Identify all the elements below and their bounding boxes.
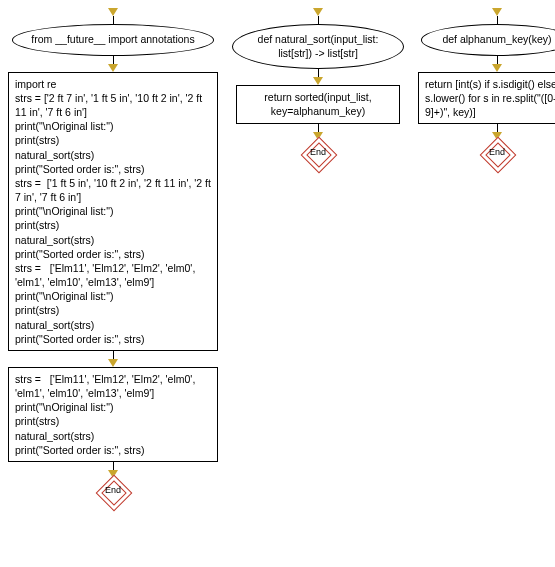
connector xyxy=(108,351,118,367)
connector-line xyxy=(497,16,498,24)
arrow-down-icon xyxy=(313,8,323,16)
connector-line xyxy=(113,462,114,470)
entry-connector xyxy=(108,8,118,24)
process-node-natural-sort: return sorted(input_list, key=alphanum_k… xyxy=(236,85,400,123)
end-label: End xyxy=(303,147,333,157)
end-node-natural-sort: End xyxy=(303,139,333,169)
process-node-main-2: strs = ['Elm11', 'Elm12', 'Elm2', 'elm0'… xyxy=(8,367,218,462)
connector xyxy=(313,69,323,85)
connector-line xyxy=(113,351,114,359)
arrow-down-icon xyxy=(492,8,502,16)
start-node-natural-sort: def natural_sort(input_list: list[str]) … xyxy=(232,24,404,69)
column-natural-sort: def natural_sort(input_list: list[str]) … xyxy=(232,8,404,169)
end-label: End xyxy=(98,485,128,495)
end-node-main: End xyxy=(98,477,128,507)
process-node-alphanum-key: return [int(s) if s.isdigit() else s.low… xyxy=(418,72,555,125)
arrow-down-icon xyxy=(108,64,118,72)
connector-line xyxy=(318,69,319,77)
entry-connector xyxy=(313,8,323,24)
start-node-alphanum-key: def alphanum_key(key) xyxy=(421,24,555,56)
connector xyxy=(492,56,502,72)
connector-line xyxy=(318,16,319,24)
process-node-main-1: import re strs = ['2 ft 7 in', '1 ft 5 i… xyxy=(8,72,218,351)
arrow-down-icon xyxy=(108,8,118,16)
connector-line xyxy=(497,124,498,132)
connector xyxy=(108,56,118,72)
column-main: from __future__ import annotations impor… xyxy=(8,8,218,507)
flowchart: from __future__ import annotations impor… xyxy=(8,8,547,507)
entry-connector xyxy=(492,8,502,24)
arrow-down-icon xyxy=(313,77,323,85)
connector-line xyxy=(318,124,319,132)
connector-line xyxy=(497,56,498,64)
connector-line xyxy=(113,56,114,64)
column-alphanum-key: def alphanum_key(key) return [int(s) if … xyxy=(418,8,555,169)
connector-line xyxy=(113,16,114,24)
end-label: End xyxy=(482,147,512,157)
arrow-down-icon xyxy=(492,64,502,72)
arrow-down-icon xyxy=(108,359,118,367)
end-node-alphanum-key: End xyxy=(482,139,512,169)
start-node-main: from __future__ import annotations xyxy=(12,24,214,56)
